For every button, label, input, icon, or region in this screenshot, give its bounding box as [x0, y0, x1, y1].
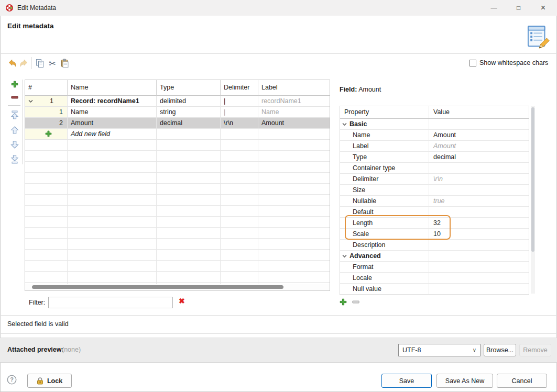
remove-button[interactable]: Remove — [519, 344, 551, 356]
move-down-button[interactable] — [9, 139, 20, 150]
col-header-value[interactable]: Value — [429, 106, 529, 118]
col-header-num[interactable]: # — [25, 80, 68, 96]
cell-num[interactable]: 2 — [25, 118, 68, 129]
prop-group-advanced[interactable]: Advanced — [340, 251, 529, 262]
table-row-add-new[interactable]: Add new field — [25, 129, 330, 140]
col-header-name[interactable]: Name — [68, 80, 157, 96]
horizontal-scrollbar[interactable] — [25, 284, 330, 290]
paste-button[interactable] — [59, 58, 71, 69]
add-field-button[interactable] — [9, 79, 20, 89]
col-header-label[interactable]: Label — [258, 80, 330, 96]
field-label: Field: — [340, 86, 357, 93]
prop-row-label[interactable]: Label Amount — [340, 141, 529, 152]
save-as-new-button[interactable]: Save As New — [436, 374, 493, 388]
prop-row-type[interactable]: Type decimal — [340, 152, 529, 163]
remove-property-button[interactable] — [352, 298, 359, 306]
prop-value[interactable] — [429, 185, 529, 196]
close-button[interactable]: × — [531, 0, 555, 16]
prop-group-basic[interactable]: Basic — [340, 119, 529, 130]
prop-row-delimiter[interactable]: Delimiter \r\n — [340, 174, 529, 185]
table-row-name[interactable]: 1 Name string | Name — [25, 107, 330, 118]
table-row-amount-selected[interactable]: 2 Amount decimal \r\n Amount — [25, 118, 330, 129]
undo-button[interactable] — [6, 58, 18, 69]
prop-row-length[interactable]: Length 32 — [340, 218, 529, 229]
filter-input[interactable] — [48, 297, 173, 308]
prop-value[interactable]: true — [429, 196, 529, 207]
prop-value[interactable] — [429, 240, 529, 251]
prop-row-format[interactable]: Format — [340, 262, 529, 273]
cell-name[interactable]: Name — [68, 107, 157, 118]
maximize-button[interactable]: □ — [506, 0, 531, 16]
prop-value[interactable]: \r\n — [429, 174, 529, 185]
prop-row-name[interactable]: Name Amount — [340, 130, 529, 141]
cell-type[interactable]: delimited — [157, 96, 221, 107]
cancel-button[interactable]: Cancel — [497, 374, 547, 388]
cell-num[interactable]: 1 — [25, 96, 68, 107]
browse-button[interactable]: Browse... — [484, 344, 516, 356]
clear-filter-button[interactable]: ✖ — [179, 297, 185, 305]
prop-value[interactable]: decimal — [429, 152, 529, 163]
scrollbar-thumb[interactable] — [531, 107, 534, 252]
prop-value[interactable]: Amount — [429, 141, 529, 152]
move-first-button[interactable] — [9, 109, 20, 120]
add-row-plus-icon[interactable] — [45, 130, 52, 137]
prop-value[interactable] — [429, 207, 529, 218]
copy-button[interactable] — [34, 58, 46, 69]
cell-type[interactable]: string — [157, 107, 221, 118]
lock-button[interactable]: Lock — [27, 374, 72, 388]
save-button[interactable]: Save — [381, 374, 432, 388]
add-property-button[interactable] — [340, 298, 347, 306]
cell-name[interactable]: Record: recordName1 — [68, 96, 157, 107]
prop-row-description[interactable]: Description — [340, 240, 529, 251]
col-header-type[interactable]: Type — [157, 80, 221, 96]
table-row-record[interactable]: 1 Record: recordName1 delimited | record… — [25, 96, 330, 107]
cell-num[interactable]: 1 — [25, 107, 68, 118]
cell-type[interactable]: decimal — [157, 118, 221, 129]
help-button[interactable]: ? — [7, 375, 17, 385]
minus-icon — [11, 94, 18, 101]
cell-num[interactable] — [25, 129, 68, 140]
cell-label[interactable]: recordName1 — [258, 96, 330, 107]
move-last-button[interactable] — [9, 154, 20, 164]
prop-row-container-type[interactable]: Container type — [340, 163, 529, 174]
prop-row-size[interactable]: Size — [340, 185, 529, 196]
show-whitespace-checkbox[interactable]: Show whitespace chars — [469, 59, 548, 66]
remove-field-button[interactable] — [9, 92, 20, 103]
col-header-property[interactable]: Property — [340, 106, 429, 118]
cell-name[interactable]: Add new field — [68, 129, 157, 140]
prop-label: Size — [340, 185, 429, 196]
cell-name[interactable]: Amount — [68, 118, 157, 129]
prop-value[interactable] — [429, 284, 529, 295]
cell-type[interactable] — [157, 129, 221, 140]
prop-value[interactable] — [429, 273, 529, 284]
move-up-button[interactable] — [9, 125, 20, 135]
prop-row-null-value[interactable]: Null value — [340, 284, 529, 295]
cell-label[interactable]: Amount — [258, 118, 330, 129]
field-name-value: Amount — [358, 86, 381, 93]
redo-button[interactable] — [18, 58, 30, 69]
prop-row-nullable[interactable]: Nullable true — [340, 196, 529, 207]
prop-value[interactable]: 32 — [429, 218, 529, 229]
cell-label[interactable]: Name — [258, 107, 330, 118]
redo-icon — [19, 59, 29, 68]
prop-row-default[interactable]: Default — [340, 207, 529, 218]
cell-delimiter[interactable] — [221, 129, 258, 140]
prop-row-locale[interactable]: Locale — [340, 273, 529, 284]
vertical-scrollbar[interactable] — [531, 106, 535, 294]
prop-value[interactable] — [429, 163, 529, 174]
cut-button[interactable]: ✂ — [47, 58, 58, 69]
cell-delimiter[interactable]: | — [221, 107, 258, 118]
prop-value[interactable]: 10 — [429, 229, 529, 240]
prop-row-scale[interactable]: Scale 10 — [340, 229, 529, 240]
prop-label: Delimiter — [340, 174, 429, 185]
cell-label[interactable] — [258, 129, 330, 140]
cell-delimiter[interactable]: \r\n — [221, 118, 258, 129]
prop-value[interactable] — [429, 262, 529, 273]
col-header-delimiter[interactable]: Delimiter — [221, 80, 258, 96]
scrollbar-thumb[interactable] — [32, 285, 283, 289]
chevron-down-icon[interactable] — [28, 99, 33, 103]
minimize-button[interactable]: — — [482, 0, 506, 16]
cell-delimiter[interactable]: | — [221, 96, 258, 107]
encoding-select[interactable]: UTF-8 ∨ — [398, 344, 480, 356]
prop-value[interactable]: Amount — [429, 130, 529, 141]
